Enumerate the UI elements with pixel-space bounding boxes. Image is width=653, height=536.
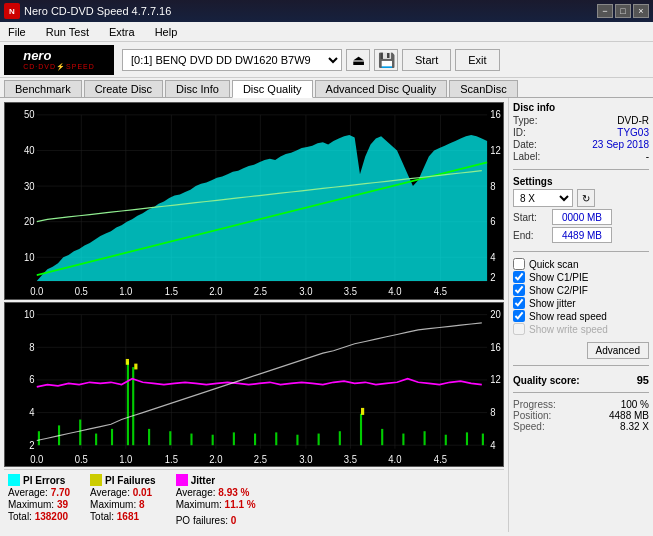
disc-info-title: Disc info [513, 102, 649, 113]
tab-disc-quality[interactable]: Disc Quality [232, 80, 313, 98]
minimize-button[interactable]: − [597, 4, 613, 18]
svg-rect-74 [38, 431, 40, 445]
svg-text:12: 12 [490, 374, 501, 386]
svg-text:2: 2 [29, 439, 35, 451]
quick-scan-checkbox[interactable] [513, 258, 525, 270]
app-title: Nero CD-DVD Speed 4.7.7.16 [24, 5, 171, 17]
save-button[interactable]: 💾 [374, 49, 398, 71]
po-failures: PO failures: 0 [176, 515, 256, 526]
end-mb-row: End: [513, 227, 649, 243]
svg-text:3.0: 3.0 [299, 286, 313, 298]
svg-rect-79 [127, 361, 129, 445]
speed-label: Speed: [513, 421, 545, 432]
svg-rect-94 [424, 431, 426, 445]
titlebar-controls[interactable]: − □ × [597, 4, 649, 18]
quality-row: Quality score: 95 [513, 374, 649, 386]
svg-rect-87 [275, 432, 277, 445]
svg-rect-83 [190, 433, 192, 445]
settings-section: Settings 8 X ↻ Start: End: [513, 176, 649, 245]
menu-runtest[interactable]: Run Test [42, 26, 93, 38]
menu-file[interactable]: File [4, 26, 30, 38]
progress-row: Progress: 100 % [513, 399, 649, 410]
pi-errors-color [8, 474, 20, 486]
show-jitter-checkbox[interactable] [513, 297, 525, 309]
quality-val: 95 [637, 374, 649, 386]
menu-help[interactable]: Help [151, 26, 182, 38]
svg-text:1.0: 1.0 [119, 453, 133, 465]
svg-rect-89 [318, 433, 320, 445]
pi-errors-label: PI Errors [23, 475, 65, 486]
svg-text:2.0: 2.0 [209, 453, 223, 465]
svg-text:3.0: 3.0 [299, 453, 313, 465]
advanced-button[interactable]: Advanced [587, 342, 649, 359]
start-button[interactable]: Start [402, 49, 451, 71]
svg-rect-82 [169, 431, 171, 445]
svg-text:3.5: 3.5 [344, 286, 358, 298]
drive-selector[interactable]: [0:1] BENQ DVD DD DW1620 B7W9 [122, 49, 342, 71]
disc-label-val: - [646, 151, 649, 162]
main-content: 50 40 30 20 10 16 12 8 6 4 2 0.0 [0, 98, 653, 532]
show-jitter-row: Show jitter [513, 297, 649, 309]
eject-button[interactable]: ⏏ [346, 49, 370, 71]
svg-text:2: 2 [490, 272, 496, 284]
exit-button[interactable]: Exit [455, 49, 499, 71]
speed-selector[interactable]: 8 X [513, 189, 573, 207]
svg-rect-95 [445, 435, 447, 445]
svg-rect-76 [79, 419, 81, 445]
tab-advanced-disc-quality[interactable]: Advanced Disc Quality [315, 80, 448, 97]
start-mb-row: Start: [513, 209, 649, 225]
disc-date-key: Date: [513, 139, 537, 150]
divider-3 [513, 365, 649, 366]
checkboxes-section: Quick scan Show C1/PIE Show C2/PIF Show … [513, 258, 649, 336]
end-mb-input[interactable] [552, 227, 612, 243]
svg-text:2.5: 2.5 [254, 453, 268, 465]
svg-rect-81 [148, 429, 150, 445]
legend-pi-errors: PI Errors Average: 7.70 Maximum: 39 Tota… [8, 474, 70, 522]
legend-jitter: Jitter Average: 8.93 % Maximum: 11.1 % P… [176, 474, 256, 526]
svg-text:20: 20 [24, 216, 35, 228]
svg-rect-96 [466, 432, 468, 445]
svg-text:0.5: 0.5 [75, 286, 89, 298]
svg-text:4: 4 [490, 439, 496, 451]
show-read-speed-checkbox[interactable] [513, 310, 525, 322]
speed-row-progress: Speed: 8.32 X [513, 421, 649, 432]
svg-text:10: 10 [24, 251, 35, 263]
svg-text:40: 40 [24, 145, 35, 157]
svg-text:0.5: 0.5 [75, 453, 89, 465]
position-label: Position: [513, 410, 551, 421]
show-c1-pie-checkbox[interactable] [513, 271, 525, 283]
chart-bottom: 10 8 6 4 2 20 16 12 8 4 0.0 0.5 [4, 302, 504, 467]
menu-extra[interactable]: Extra [105, 26, 139, 38]
tab-disc-info[interactable]: Disc Info [165, 80, 230, 97]
disc-type-val: DVD-R [617, 115, 649, 126]
svg-text:0.0: 0.0 [30, 286, 44, 298]
tab-scandisc[interactable]: ScanDisc [449, 80, 517, 97]
svg-text:4: 4 [29, 406, 35, 418]
disc-info-section: Disc info Type: DVD-R ID: TYG03 Date: 23… [513, 102, 649, 163]
legend-area: PI Errors Average: 7.70 Maximum: 39 Tota… [4, 469, 504, 528]
divider-2 [513, 251, 649, 252]
show-c2-pif-checkbox[interactable] [513, 284, 525, 296]
svg-text:4.5: 4.5 [434, 453, 448, 465]
tab-benchmark[interactable]: Benchmark [4, 80, 82, 97]
svg-text:2.5: 2.5 [254, 286, 268, 298]
titlebar-left: N Nero CD-DVD Speed 4.7.7.16 [4, 3, 171, 19]
divider-4 [513, 392, 649, 393]
tab-create-disc[interactable]: Create Disc [84, 80, 163, 97]
start-mb-input[interactable] [552, 209, 612, 225]
settings-refresh-btn[interactable]: ↻ [577, 189, 595, 207]
disc-label-row: Label: - [513, 151, 649, 162]
close-button[interactable]: × [633, 4, 649, 18]
svg-text:1.5: 1.5 [165, 286, 179, 298]
svg-rect-86 [254, 433, 256, 445]
maximize-button[interactable]: □ [615, 4, 631, 18]
jitter-max: Maximum: 11.1 % [176, 499, 256, 510]
legend-pi-failures: PI Failures Average: 0.01 Maximum: 8 Tot… [90, 474, 156, 522]
progress-section: Progress: 100 % Position: 4488 MB Speed:… [513, 399, 649, 432]
chart-area: 50 40 30 20 10 16 12 8 6 4 2 0.0 [0, 98, 508, 532]
svg-rect-88 [296, 435, 298, 445]
svg-text:1.0: 1.0 [119, 286, 133, 298]
svg-rect-84 [212, 435, 214, 445]
show-c2-pif-row: Show C2/PIF [513, 284, 649, 296]
svg-text:1.5: 1.5 [165, 453, 179, 465]
